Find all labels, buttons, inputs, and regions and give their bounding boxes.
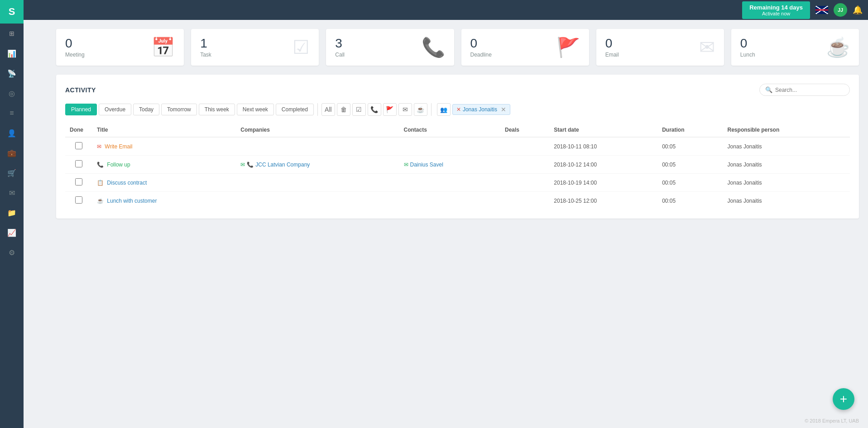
row-4-companies [236,192,399,210]
notification-bell-icon[interactable]: 🔔 [853,5,863,15]
col-deals: Deals [500,123,549,137]
assignee-filter: 👥 ✕ Jonas Jonaitis ✕ [437,103,510,116]
lunch-activity-icon: ☕ [97,198,104,204]
filter-all-btn[interactable]: All [321,103,335,116]
row-1-contacts [399,137,501,156]
filter-planned[interactable]: Planned [65,104,97,115]
done-checkbox-4[interactable] [75,196,82,204]
col-responsible: Responsible person [723,123,850,137]
row-3-deals [500,174,549,192]
activity-search-box[interactable]: 🔍 [759,84,850,96]
sidebar-item-cart[interactable]: 🛒 [0,163,24,183]
table-row: 📋 Discuss contract 2018-10-19 14:00 00:0… [65,174,850,192]
done-checkbox-2[interactable] [75,160,82,167]
search-icon: 🔍 [765,86,772,93]
row-3-done [65,174,92,192]
footer-copyright: © 2018 Empera LT, UAB [805,418,859,423]
col-start-date: Start date [549,123,657,137]
topbar: Remaining 14 days Activate now JJ 🔔 [24,0,868,20]
language-flag[interactable] [815,5,828,14]
stat-call-label: Call [335,52,345,58]
sidebar-item-folder[interactable]: 📁 [0,203,24,223]
row-2-title[interactable]: 📞 Follow up [92,156,236,174]
stat-deadline[interactable]: 0 Deadline 🚩 [461,29,589,66]
filter-divider-2 [431,103,432,116]
sidebar-item-settings-circle[interactable]: ◎ [0,83,24,103]
email-icon: ✉ [699,36,715,58]
row-2-companies: ✉ 📞 JCC Latvian Company [236,156,399,174]
filter-tomorrow[interactable]: Tomorrow [161,104,197,115]
user-avatar[interactable]: JJ [834,3,847,17]
stat-email-number: 0 [605,37,619,50]
trial-banner[interactable]: Remaining 14 days Activate now [742,1,810,19]
assignee-name: Jonas Jonaitis [463,106,497,113]
stat-lunch[interactable]: 0 Lunch ☕ [731,29,859,66]
stats-row: 0 Meeting 📅 1 Task ☑ 3 Call 📞 0 Deadl [56,29,859,66]
row-3-contacts [399,174,501,192]
stat-meeting[interactable]: 0 Meeting 📅 [56,29,184,66]
row-4-start-date: 2018-10-25 12:00 [549,192,657,210]
filter-overdue[interactable]: Overdue [99,104,131,115]
done-checkbox-1[interactable] [75,142,82,149]
filter-call-btn[interactable]: 📞 [368,103,381,116]
stat-task-number: 1 [200,37,211,50]
trial-days: Remaining 14 days [749,4,803,11]
call-activity-icon: 📞 [97,162,104,168]
stat-task[interactable]: 1 Task ☑ [191,29,319,66]
sidebar-item-expand[interactable]: ⊞ [0,24,24,43]
filter-lunch-btn[interactable]: ☕ [414,103,427,116]
row-2-company-link[interactable]: JCC Latvian Company [255,162,310,168]
assignee-remove-btn[interactable]: ✕ [501,106,506,113]
sidebar-item-briefcase[interactable]: 💼 [0,143,24,163]
row-3-companies [236,174,399,192]
row-3-title-link[interactable]: Discuss contract [107,180,147,186]
sidebar-item-config[interactable]: ⚙ [0,243,24,262]
sidebar-item-reports[interactable]: ≡ [0,103,24,123]
table-row: ☕ Lunch with customer 2018-10-25 12:00 0… [65,192,850,210]
col-title: Title [92,123,236,137]
row-2-title-link[interactable]: Follow up [107,162,130,168]
row-1-companies [236,137,399,156]
filter-deadline-btn[interactable]: 🚩 [383,103,397,116]
deadline-icon: 🚩 [556,36,580,58]
row-1-responsible: Jonas Jonaitis [723,137,850,156]
search-input[interactable] [775,87,844,93]
sidebar-item-dashboard[interactable]: 📊 [0,43,24,63]
assignee-icon-btn[interactable]: 👥 [437,103,451,116]
stat-meeting-number: 0 [65,37,85,50]
sidebar-item-feed[interactable]: 📡 [0,63,24,83]
stat-email[interactable]: 0 Email ✉ [596,29,724,66]
done-checkbox-3[interactable] [75,178,82,185]
footer: © 2018 Empera LT, UAB [805,418,859,423]
filter-next-week[interactable]: Next week [237,104,274,115]
row-3-duration: 00:05 [657,174,723,192]
row-4-deals [500,192,549,210]
filter-email-btn[interactable]: ✉ [398,103,412,116]
row-3-start-date: 2018-10-19 14:00 [549,174,657,192]
email-activity-icon: ✉ [97,143,101,150]
sidebar-logo[interactable]: S [0,0,24,24]
row-3-responsible: Jonas Jonaitis [723,174,850,192]
row-4-title[interactable]: ☕ Lunch with customer [92,192,236,210]
sidebar-item-contacts[interactable]: 👤 [0,123,24,143]
sidebar-item-analytics[interactable]: 📈 [0,223,24,243]
fab-add-button[interactable]: + [833,388,854,410]
row-3-title[interactable]: 📋 Discuss contract [92,174,236,192]
stat-lunch-label: Lunch [740,52,755,58]
row-1-title[interactable]: ✉ Write Email [92,137,236,156]
activity-header: ACTIVITY 🔍 [65,84,850,96]
filter-delete-btn[interactable]: 🗑 [337,103,350,116]
uk-flag-icon [815,6,828,14]
row-2-deals [500,156,549,174]
stat-call[interactable]: 3 Call 📞 [326,29,454,66]
filter-task-btn[interactable]: ☑ [352,103,366,116]
row-2-contact-link[interactable]: Dainius Savel [410,162,443,168]
activity-table: Done Title Companies Contacts Deals Star… [65,123,850,209]
filter-completed[interactable]: Completed [276,104,314,115]
filter-divider [317,103,318,116]
row-4-title-link[interactable]: Lunch with customer [107,198,157,204]
sidebar-item-email[interactable]: ✉ [0,183,24,203]
filter-today[interactable]: Today [133,104,159,115]
filter-this-week[interactable]: This week [199,104,235,115]
row-1-title-link[interactable]: Write Email [105,143,132,150]
